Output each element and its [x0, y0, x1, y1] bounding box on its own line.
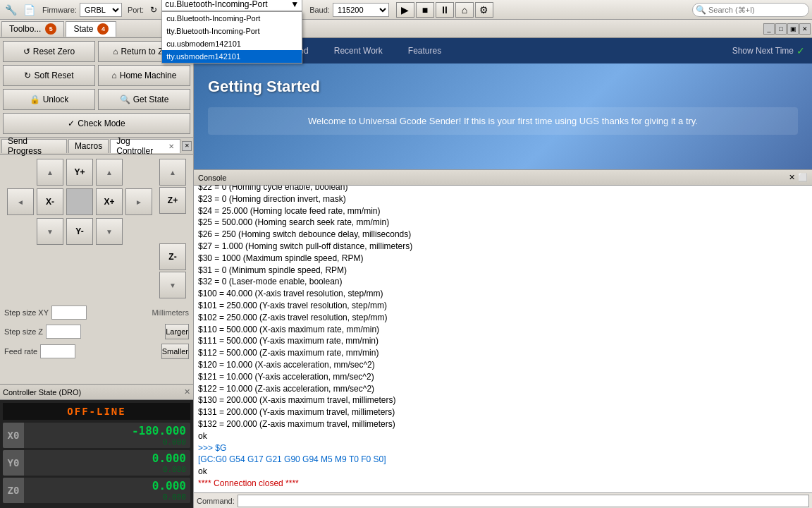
console-expand-icon[interactable]: ⬜ [798, 173, 808, 182]
pause-button[interactable]: ⏸ [436, 2, 454, 18]
settings-button[interactable]: ⚙ [475, 2, 493, 18]
port-option-3[interactable]: cu.usbmodem142101 [162, 37, 302, 50]
feed-input[interactable]: 400 [40, 344, 75, 358]
dro-panel: Controller State (DRO) ✕ OFF-LINE X0 -18… [0, 384, 193, 508]
step-xy-input[interactable]: 40 [51, 306, 87, 320]
jog-y-plus-up2[interactable]: ▲ [96, 159, 123, 186]
jog-y-plus[interactable]: Y+ [66, 159, 93, 186]
get-state-label: Get State [133, 95, 169, 104]
show-next-time[interactable]: Show Next Time ✓ [732, 45, 805, 56]
size-buttons: Larger [165, 324, 189, 339]
port-select-display[interactable]: cu.Bluetooth-Incoming-Port ▼ [161, 0, 302, 11]
jog-z-minus[interactable]: Z- [159, 243, 186, 270]
command-input[interactable] [238, 495, 809, 507]
jog-x-minus-left[interactable]: ◄ [7, 188, 34, 215]
dro-x-sub: 0.000 [163, 437, 186, 447]
console-line: $101 = 250.000 (Y-axis travel resolution… [198, 300, 808, 312]
stop-button[interactable]: ■ [416, 2, 434, 18]
tab-toolbar-badge: 5 [45, 23, 56, 35]
firmware-select[interactable]: GRBL [80, 3, 122, 17]
jog-empty-1 [7, 159, 34, 186]
ugs-heading: Getting Started [208, 78, 798, 96]
port-arrow-icon: ▼ [290, 0, 299, 9]
dro-status: OFF-LINE [3, 403, 190, 420]
subtab-win-ctrl: ✕ [182, 141, 192, 151]
command-label: Command: [197, 497, 235, 505]
show-next-label: Show Next Time [732, 46, 794, 56]
jog-y-minus[interactable]: Y- [66, 218, 93, 245]
nav-recent-work[interactable]: Recent Work [328, 43, 388, 59]
port-dropdown-wrapper[interactable]: cu.Bluetooth-Incoming-Port ▼ cu.Bluetoot… [161, 0, 302, 23]
dro-z-label: Z0 [3, 478, 24, 503]
port-refresh-icon[interactable]: ↻ [146, 2, 161, 18]
smaller-button[interactable]: Smaller [161, 344, 189, 359]
console-line: $23 = 0 (Homing direction invert, mask) [198, 193, 808, 205]
jog-y-plus-up[interactable]: ▲ [37, 159, 63, 186]
unlock-button[interactable]: 🔒 Unlock [3, 89, 95, 110]
jog-z-plus[interactable]: Z+ [159, 187, 186, 214]
console-line: $132 = 200.000 (Z-axis maximum travel, m… [198, 418, 808, 430]
port-option-1[interactable]: cu.Bluetooth-Incoming-Port [162, 12, 302, 25]
subtab-macros[interactable]: Macros [68, 139, 109, 153]
step-z-input[interactable]: 0.991 [46, 325, 81, 339]
console-line: $100 = 40.000 (X-axis travel resolution,… [198, 288, 808, 300]
subtab-jog-controller[interactable]: Jog Controller ✕ [110, 139, 180, 153]
jog-empty-3 [7, 218, 34, 245]
win-restore[interactable]: ▣ [787, 23, 799, 35]
subtab-send-progress[interactable]: Send Progress [1, 139, 67, 153]
console-close-icon[interactable]: ✕ [789, 173, 795, 182]
console-output[interactable]: $11 = 0.010 (Junction deviation, millime… [194, 186, 812, 492]
dro-x-main: -180.000 [132, 424, 186, 437]
jog-x-plus-right[interactable]: ► [125, 188, 152, 215]
reset-zero-button[interactable]: ↺ Reset Zero [3, 41, 95, 62]
nav-features[interactable]: Features [402, 43, 447, 59]
right-panel: UNIVERSAL G-CODE SENDER Getting Started … [194, 38, 812, 508]
dro-y-values: 0.000 0.000 [24, 452, 190, 474]
port-dropdown-menu: cu.Bluetooth-Incoming-Port tty.Bluetooth… [161, 11, 302, 64]
soft-reset-icon: ↻ [24, 71, 31, 80]
console-line: **** Connection closed **** [198, 478, 808, 490]
console-line: $22 = 0 (Homing cycle enable, boolean) [198, 186, 808, 193]
app-icon[interactable]: 🔧 [3, 2, 18, 18]
send-progress-label: Send Progress [8, 136, 61, 156]
tab-state[interactable]: State 4 [66, 21, 116, 37]
baud-select[interactable]: 115200 [333, 3, 389, 17]
play-button[interactable]: ▶ [396, 2, 414, 18]
port-option-4[interactable]: tty.usbmodem142101 [162, 50, 302, 63]
larger-button[interactable]: Larger [165, 324, 189, 339]
win-minimize[interactable]: _ [763, 23, 775, 35]
subtab-close-btn[interactable]: ✕ [182, 141, 192, 151]
menu-icon[interactable]: 📄 [21, 2, 37, 18]
dro-title-bar: Controller State (DRO) ✕ [0, 385, 193, 400]
check-mode-button[interactable]: ✓ Check Mode [3, 113, 190, 134]
jog-y-minus-down[interactable]: ▼ [37, 218, 63, 245]
home-machine-button[interactable]: ⌂ Home Machine [98, 65, 190, 86]
jog-x-minus[interactable]: X- [37, 188, 63, 215]
jog-z-plus-up[interactable]: ▲ [159, 159, 186, 186]
home-button[interactable]: ⌂ [455, 2, 474, 18]
jog-z-minus-down[interactable]: ▼ [159, 272, 186, 298]
search-input[interactable] [708, 6, 806, 14]
win-close[interactable]: ✕ [799, 23, 811, 35]
search-box[interactable]: 🔍 [692, 3, 809, 17]
dro-close-icon[interactable]: ✕ [184, 387, 190, 397]
console-line: $32 = 0 (Laser-mode enable, boolean) [198, 276, 808, 288]
console-line: $24 = 25.000 (Homing locate feed rate, m… [198, 205, 808, 217]
jog-tab-close-icon[interactable]: ✕ [168, 143, 174, 150]
port-option-2[interactable]: tty.Bluetooth-Incoming-Port [162, 25, 302, 37]
home-machine-label: Home Machine [120, 71, 177, 80]
search-icon: 🔍 [696, 5, 706, 15]
soft-reset-button[interactable]: ↻ Soft Reset [3, 65, 95, 86]
tab-toolbar[interactable]: Toolbo... 5 [1, 21, 64, 37]
step-z-label: Step size Z [4, 327, 43, 336]
reset-zero-icon: ↺ [23, 47, 30, 56]
jog-x-plus[interactable]: X+ [96, 188, 123, 215]
jog-center[interactable] [66, 188, 93, 215]
console-line: $121 = 10.000 (Y-axis acceleration, mm/s… [198, 371, 808, 383]
window-controls: _ □ ▣ ✕ [763, 23, 811, 35]
win-maximize[interactable]: □ [775, 23, 787, 35]
jog-y-minus-down2[interactable]: ▼ [96, 218, 123, 245]
get-state-button[interactable]: 🔍 Get State [98, 89, 190, 110]
console-line: ok [198, 430, 808, 442]
dro-y-sub: 0.000 [163, 465, 186, 474]
